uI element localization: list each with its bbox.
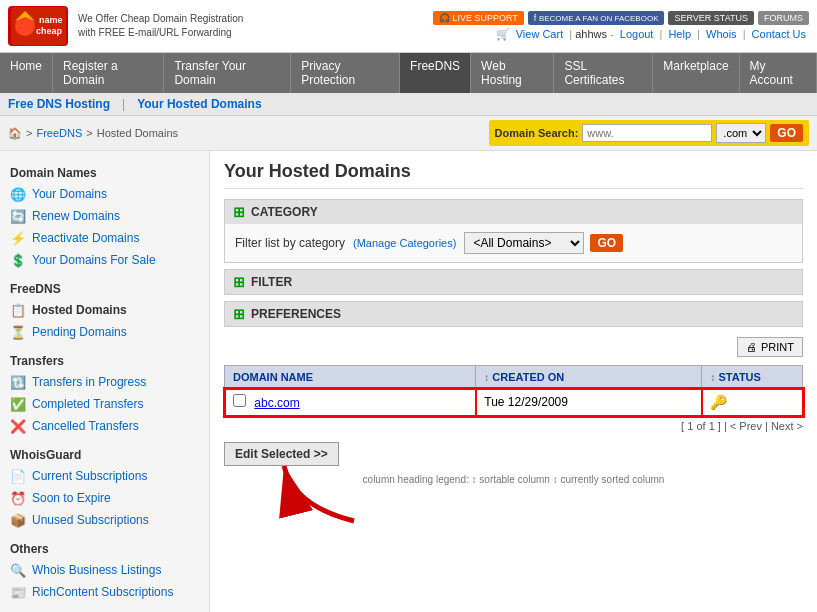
sidebar-item-richcontent[interactable]: 📰 RichContent Subscriptions — [0, 581, 209, 603]
plus-icon-filter: ⊞ — [233, 274, 245, 290]
table-container: DOMAIN NAME ↕ CREATED ON ↕ STATUS — [224, 365, 803, 466]
cart-icon: 🛒 — [496, 28, 510, 40]
sidebar-item-pending-domains[interactable]: ⏳ Pending Domains — [0, 321, 209, 343]
category-body: Filter list by category (Manage Categori… — [225, 224, 802, 262]
domain-extension-select[interactable]: .com .net .org — [716, 123, 766, 143]
breadcrumb-separator: > — [26, 127, 32, 139]
column-header-domain[interactable]: DOMAIN NAME — [225, 366, 476, 389]
category-label: CATEGORY — [251, 205, 318, 219]
view-cart-link[interactable]: View Cart — [516, 28, 563, 40]
category-dropdown[interactable]: <All Domains> — [464, 232, 584, 254]
rich-icon: 📰 — [10, 584, 26, 600]
category-go-button[interactable]: GO — [590, 234, 623, 252]
logo: name cheap We Offer Cheap Domain Registr… — [8, 6, 243, 46]
home-icon: 🏠 — [8, 127, 22, 140]
table-row: abc.com Tue 12/29/2009 🔑 — [225, 389, 803, 416]
sidebar-item-hosted-domains[interactable]: 📋 Hosted Domains — [0, 299, 209, 321]
nav-my-account[interactable]: My Account — [740, 53, 817, 93]
breadcrumb-freedns[interactable]: FreeDNS — [36, 127, 82, 139]
sidebar-heading-domain-names: Domain Names — [0, 161, 209, 183]
svg-text:name: name — [39, 15, 63, 25]
logo-image: name cheap — [8, 6, 68, 46]
filter-header[interactable]: ⊞ FILTER — [225, 270, 802, 294]
contact-link[interactable]: Contact Us — [752, 28, 806, 40]
facebook-fan-button[interactable]: f BECOME A FAN ON FACEBOOK — [528, 11, 665, 25]
completed-icon: ✅ — [10, 396, 26, 412]
nav-register-domain[interactable]: Register a Domain — [53, 53, 164, 93]
headset-icon: 🎧 — [439, 13, 450, 23]
sort-icon-created: ↕ — [484, 372, 489, 383]
sidebar-item-unused-subscriptions[interactable]: 📦 Unused Subscriptions — [0, 509, 209, 531]
domain-search-label: Domain Search: — [495, 127, 579, 139]
preferences-label: PREFERENCES — [251, 307, 341, 321]
whois-link[interactable]: Whois — [706, 28, 737, 40]
logout-link[interactable]: Logout — [620, 28, 654, 40]
sidebar-item-cancelled-transfers[interactable]: ❌ Cancelled Transfers — [0, 415, 209, 437]
sidebar-section-whoisguard: WhoisGuard 📄 Current Subscriptions ⏰ Soo… — [0, 443, 209, 531]
sidebar-item-domains-for-sale[interactable]: 💲 Your Domains For Sale — [0, 249, 209, 271]
expire-icon: ⏰ — [10, 490, 26, 506]
sidebar-section-transfers: Transfers 🔃 Transfers in Progress ✅ Comp… — [0, 349, 209, 437]
globe-icon: 🌐 — [10, 186, 26, 202]
nav-marketplace[interactable]: Marketplace — [653, 53, 739, 93]
column-header-status[interactable]: ↕ STATUS — [702, 366, 803, 389]
sidebar-item-soon-to-expire[interactable]: ⏰ Soon to Expire — [0, 487, 209, 509]
print-button[interactable]: 🖨 PRINT — [737, 337, 803, 357]
sidebar-item-current-subscriptions[interactable]: 📄 Current Subscriptions — [0, 465, 209, 487]
domain-search-go-button[interactable]: GO — [770, 124, 803, 142]
sidebar-section-domain-names: Domain Names 🌐 Your Domains 🔄 Renew Doma… — [0, 161, 209, 271]
plus-icon-category: ⊞ — [233, 204, 245, 220]
sidebar-section-others: Others 🔍 Whois Business Listings 📰 RichC… — [0, 537, 209, 603]
live-support-button[interactable]: 🎧 LIVE SUPPORT — [433, 11, 523, 25]
domain-search-input[interactable] — [582, 124, 712, 142]
subscription-icon: 📄 — [10, 468, 26, 484]
sidebar-item-completed-transfers[interactable]: ✅ Completed Transfers — [0, 393, 209, 415]
renew-icon: 🔄 — [10, 208, 26, 224]
nav-freedns[interactable]: FreeDNS — [400, 53, 471, 93]
top-icon-buttons: 🎧 LIVE SUPPORT f BECOME A FAN ON FACEBOO… — [433, 11, 809, 25]
edit-selected-button[interactable]: Edit Selected >> — [224, 442, 339, 466]
sidebar-item-renew-domains[interactable]: 🔄 Renew Domains — [0, 205, 209, 227]
username-label: ahhws — [575, 28, 607, 40]
sidebar-item-your-domains[interactable]: 🌐 Your Domains — [0, 183, 209, 205]
nav-home[interactable]: Home — [0, 53, 53, 93]
domain-table: DOMAIN NAME ↕ CREATED ON ↕ STATUS — [224, 365, 803, 416]
preferences-header[interactable]: ⊞ PREFERENCES — [225, 302, 802, 326]
server-status-button[interactable]: SERVER STATUS — [668, 11, 754, 25]
domain-search-bar: Domain Search: .com .net .org GO — [489, 120, 809, 146]
cancelled-icon: ❌ — [10, 418, 26, 434]
logo-tagline: We Offer Cheap Domain Registration with … — [78, 12, 243, 40]
nav-web-hosting[interactable]: Web Hosting — [471, 53, 554, 93]
domain-cell: abc.com — [225, 389, 476, 416]
sidebar-item-whois-business[interactable]: 🔍 Whois Business Listings — [0, 559, 209, 581]
breadcrumb: 🏠 > FreeDNS > Hosted Domains — [8, 127, 178, 140]
top-links-bar: 🛒 View Cart | ahhws - Logout | Help | Wh… — [496, 28, 809, 41]
sec-nav-free-dns[interactable]: Free DNS Hosting — [8, 97, 110, 111]
filter-list-label: Filter list by category — [235, 236, 345, 250]
column-header-created[interactable]: ↕ CREATED ON — [476, 366, 702, 389]
pending-icon: ⏳ — [10, 324, 26, 340]
sidebar-heading-others: Others — [0, 537, 209, 559]
help-link[interactable]: Help — [668, 28, 691, 40]
status-icon: 🔑 — [710, 394, 727, 410]
category-select-wrap: <All Domains> GO — [464, 232, 623, 254]
category-header[interactable]: ⊞ CATEGORY — [225, 200, 802, 224]
nav-transfer-domain[interactable]: Transfer Your Domain — [164, 53, 291, 93]
domain-link[interactable]: abc.com — [254, 396, 299, 410]
whois-icon: 🔍 — [10, 562, 26, 578]
created-cell: Tue 12/29/2009 — [476, 389, 702, 416]
domain-checkbox[interactable] — [233, 394, 246, 407]
sort-icon-status: ↕ — [710, 372, 715, 383]
column-legend: column heading legend: ↕ sortable column… — [224, 474, 803, 485]
sidebar-item-reactivate-domains[interactable]: ⚡ Reactivate Domains — [0, 227, 209, 249]
main-content: Your Hosted Domains ⊞ CATEGORY Filter li… — [210, 151, 817, 612]
sec-nav-hosted-domains[interactable]: Your Hosted Domains — [137, 97, 261, 111]
pagination: [ 1 of 1 ] | < Prev | Next > — [224, 416, 803, 436]
forums-button[interactable]: FORUMS — [758, 11, 809, 25]
nav-privacy-protection[interactable]: Privacy Protection — [291, 53, 400, 93]
nav-ssl-certificates[interactable]: SSL Certificates — [554, 53, 653, 93]
filter-section: ⊞ FILTER — [224, 269, 803, 295]
table-toolbar: 🖨 PRINT — [224, 333, 803, 361]
sidebar-item-transfers-in-progress[interactable]: 🔃 Transfers in Progress — [0, 371, 209, 393]
manage-categories-link[interactable]: (Manage Categories) — [353, 237, 456, 249]
